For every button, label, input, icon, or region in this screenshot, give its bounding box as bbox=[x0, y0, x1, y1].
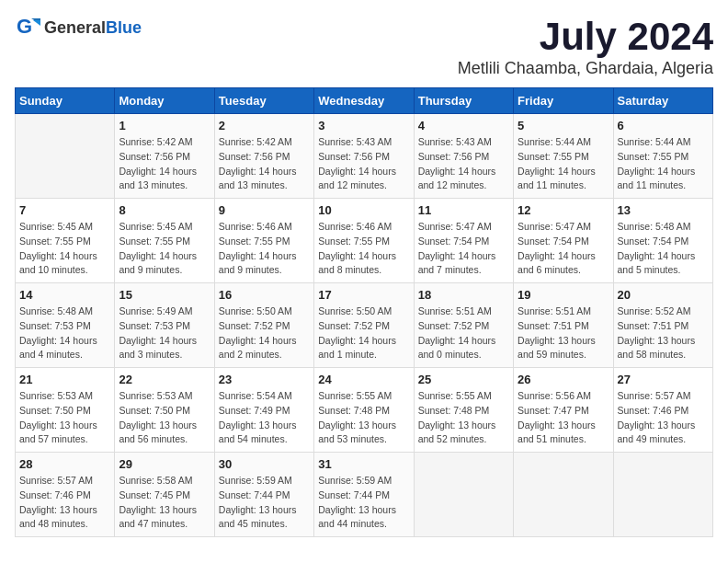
day-info: Sunrise: 5:57 AMSunset: 7:46 PMDaylight:… bbox=[19, 474, 110, 532]
calendar-cell: 29Sunrise: 5:58 AMSunset: 7:45 PMDayligh… bbox=[115, 453, 214, 537]
day-number: 29 bbox=[119, 457, 210, 471]
calendar-cell: 9Sunrise: 5:46 AMSunset: 7:55 PMDaylight… bbox=[214, 199, 313, 283]
day-info: Sunrise: 5:44 AMSunset: 7:55 PMDaylight:… bbox=[518, 135, 609, 193]
day-info: Sunrise: 5:48 AMSunset: 7:54 PMDaylight:… bbox=[618, 220, 709, 278]
day-number: 27 bbox=[618, 373, 709, 386]
day-info: Sunrise: 5:59 AMSunset: 7:44 PMDaylight:… bbox=[219, 474, 310, 532]
day-number: 20 bbox=[618, 288, 709, 302]
day-info: Sunrise: 5:46 AMSunset: 7:55 PMDaylight:… bbox=[318, 220, 409, 278]
day-info: Sunrise: 5:57 AMSunset: 7:46 PMDaylight:… bbox=[618, 389, 709, 447]
calendar-cell: 23Sunrise: 5:54 AMSunset: 7:49 PMDayligh… bbox=[214, 368, 313, 453]
weekday-header-wednesday: Wednesday bbox=[314, 88, 414, 114]
logo-text: GeneralBlue bbox=[44, 18, 142, 38]
day-number: 21 bbox=[19, 373, 110, 386]
month-title: July 2024 bbox=[458, 15, 713, 59]
day-number: 24 bbox=[318, 373, 409, 386]
day-info: Sunrise: 5:51 AMSunset: 7:51 PMDaylight:… bbox=[518, 304, 609, 362]
calendar-cell: 16Sunrise: 5:50 AMSunset: 7:52 PMDayligh… bbox=[214, 283, 313, 368]
location-title: Metlili Chaamba, Ghardaia, Algeria bbox=[458, 59, 713, 78]
calendar-cell: 15Sunrise: 5:49 AMSunset: 7:53 PMDayligh… bbox=[115, 283, 214, 368]
calendar-cell: 4Sunrise: 5:43 AMSunset: 7:56 PMDaylight… bbox=[414, 114, 513, 199]
day-number: 30 bbox=[219, 457, 310, 471]
day-info: Sunrise: 5:55 AMSunset: 7:48 PMDaylight:… bbox=[418, 389, 509, 447]
day-number: 19 bbox=[518, 288, 609, 302]
calendar-cell: 22Sunrise: 5:53 AMSunset: 7:50 PMDayligh… bbox=[115, 368, 214, 453]
calendar-week-row: 7Sunrise: 5:45 AMSunset: 7:55 PMDaylight… bbox=[16, 199, 713, 283]
calendar-cell: 26Sunrise: 5:56 AMSunset: 7:47 PMDayligh… bbox=[514, 368, 613, 453]
day-number: 18 bbox=[418, 288, 509, 302]
calendar-cell: 3Sunrise: 5:43 AMSunset: 7:56 PMDaylight… bbox=[314, 114, 414, 199]
day-number: 31 bbox=[318, 457, 409, 471]
day-info: Sunrise: 5:59 AMSunset: 7:44 PMDaylight:… bbox=[318, 474, 409, 532]
calendar-week-row: 21Sunrise: 5:53 AMSunset: 7:50 PMDayligh… bbox=[16, 368, 713, 453]
day-info: Sunrise: 5:48 AMSunset: 7:53 PMDaylight:… bbox=[19, 304, 110, 362]
day-number: 7 bbox=[19, 203, 110, 217]
day-number: 17 bbox=[318, 288, 409, 302]
day-number: 10 bbox=[318, 203, 409, 217]
day-number: 11 bbox=[418, 203, 509, 217]
day-number: 14 bbox=[19, 288, 110, 302]
day-number: 5 bbox=[518, 119, 609, 132]
calendar-cell: 31Sunrise: 5:59 AMSunset: 7:44 PMDayligh… bbox=[314, 453, 414, 537]
calendar-cell: 28Sunrise: 5:57 AMSunset: 7:46 PMDayligh… bbox=[16, 453, 115, 537]
calendar-cell: 14Sunrise: 5:48 AMSunset: 7:53 PMDayligh… bbox=[16, 283, 115, 368]
day-number: 12 bbox=[518, 203, 609, 217]
calendar-cell: 5Sunrise: 5:44 AMSunset: 7:55 PMDaylight… bbox=[514, 114, 613, 199]
svg-text:G: G bbox=[17, 15, 32, 38]
day-info: Sunrise: 5:55 AMSunset: 7:48 PMDaylight:… bbox=[318, 389, 409, 447]
day-info: Sunrise: 5:51 AMSunset: 7:52 PMDaylight:… bbox=[418, 304, 509, 362]
day-info: Sunrise: 5:52 AMSunset: 7:51 PMDaylight:… bbox=[618, 304, 709, 362]
day-number: 16 bbox=[219, 288, 310, 302]
calendar-cell: 27Sunrise: 5:57 AMSunset: 7:46 PMDayligh… bbox=[613, 368, 712, 453]
weekday-header-tuesday: Tuesday bbox=[214, 88, 313, 114]
day-info: Sunrise: 5:53 AMSunset: 7:50 PMDaylight:… bbox=[119, 389, 210, 447]
calendar-cell: 25Sunrise: 5:55 AMSunset: 7:48 PMDayligh… bbox=[414, 368, 513, 453]
day-info: Sunrise: 5:53 AMSunset: 7:50 PMDaylight:… bbox=[19, 389, 110, 447]
calendar-cell: 11Sunrise: 5:47 AMSunset: 7:54 PMDayligh… bbox=[414, 199, 513, 283]
calendar-cell: 20Sunrise: 5:52 AMSunset: 7:51 PMDayligh… bbox=[613, 283, 712, 368]
day-number: 1 bbox=[119, 119, 210, 132]
calendar-cell: 10Sunrise: 5:46 AMSunset: 7:55 PMDayligh… bbox=[314, 199, 414, 283]
weekday-header-sunday: Sunday bbox=[16, 88, 115, 114]
logo-icon: G bbox=[15, 15, 40, 40]
calendar-cell: 1Sunrise: 5:42 AMSunset: 7:56 PMDaylight… bbox=[115, 114, 214, 199]
day-number: 22 bbox=[119, 373, 210, 386]
day-info: Sunrise: 5:50 AMSunset: 7:52 PMDaylight:… bbox=[318, 304, 409, 362]
day-info: Sunrise: 5:49 AMSunset: 7:53 PMDaylight:… bbox=[119, 304, 210, 362]
day-number: 4 bbox=[418, 119, 509, 132]
calendar-cell: 7Sunrise: 5:45 AMSunset: 7:55 PMDaylight… bbox=[16, 199, 115, 283]
weekday-header-monday: Monday bbox=[115, 88, 214, 114]
calendar-cell bbox=[514, 453, 613, 537]
day-info: Sunrise: 5:47 AMSunset: 7:54 PMDaylight:… bbox=[518, 220, 609, 278]
weekday-header-friday: Friday bbox=[514, 88, 613, 114]
calendar-cell: 12Sunrise: 5:47 AMSunset: 7:54 PMDayligh… bbox=[514, 199, 613, 283]
day-number: 2 bbox=[219, 119, 310, 132]
day-info: Sunrise: 5:42 AMSunset: 7:56 PMDaylight:… bbox=[119, 135, 210, 193]
calendar-cell bbox=[16, 114, 115, 199]
svg-marker-2 bbox=[33, 20, 40, 26]
day-number: 6 bbox=[618, 119, 709, 132]
day-number: 3 bbox=[318, 119, 409, 132]
day-info: Sunrise: 5:58 AMSunset: 7:45 PMDaylight:… bbox=[119, 474, 210, 532]
calendar-week-row: 14Sunrise: 5:48 AMSunset: 7:53 PMDayligh… bbox=[16, 283, 713, 368]
calendar-cell: 30Sunrise: 5:59 AMSunset: 7:44 PMDayligh… bbox=[214, 453, 313, 537]
day-number: 9 bbox=[219, 203, 310, 217]
day-number: 25 bbox=[418, 373, 509, 386]
calendar-cell: 8Sunrise: 5:45 AMSunset: 7:55 PMDaylight… bbox=[115, 199, 214, 283]
day-info: Sunrise: 5:46 AMSunset: 7:55 PMDaylight:… bbox=[219, 220, 310, 278]
weekday-header-row: SundayMondayTuesdayWednesdayThursdayFrid… bbox=[16, 88, 713, 114]
day-info: Sunrise: 5:42 AMSunset: 7:56 PMDaylight:… bbox=[219, 135, 310, 193]
day-info: Sunrise: 5:47 AMSunset: 7:54 PMDaylight:… bbox=[418, 220, 509, 278]
calendar-cell: 6Sunrise: 5:44 AMSunset: 7:55 PMDaylight… bbox=[613, 114, 712, 199]
logo: G GeneralBlue bbox=[15, 15, 142, 40]
calendar-cell: 19Sunrise: 5:51 AMSunset: 7:51 PMDayligh… bbox=[514, 283, 613, 368]
calendar-cell: 24Sunrise: 5:55 AMSunset: 7:48 PMDayligh… bbox=[314, 368, 414, 453]
day-info: Sunrise: 5:54 AMSunset: 7:49 PMDaylight:… bbox=[219, 389, 310, 447]
calendar-cell: 2Sunrise: 5:42 AMSunset: 7:56 PMDaylight… bbox=[214, 114, 313, 199]
weekday-header-thursday: Thursday bbox=[414, 88, 513, 114]
day-number: 28 bbox=[19, 457, 110, 471]
calendar-cell: 17Sunrise: 5:50 AMSunset: 7:52 PMDayligh… bbox=[314, 283, 414, 368]
calendar-cell: 21Sunrise: 5:53 AMSunset: 7:50 PMDayligh… bbox=[16, 368, 115, 453]
day-info: Sunrise: 5:43 AMSunset: 7:56 PMDaylight:… bbox=[418, 135, 509, 193]
calendar-cell: 13Sunrise: 5:48 AMSunset: 7:54 PMDayligh… bbox=[613, 199, 712, 283]
